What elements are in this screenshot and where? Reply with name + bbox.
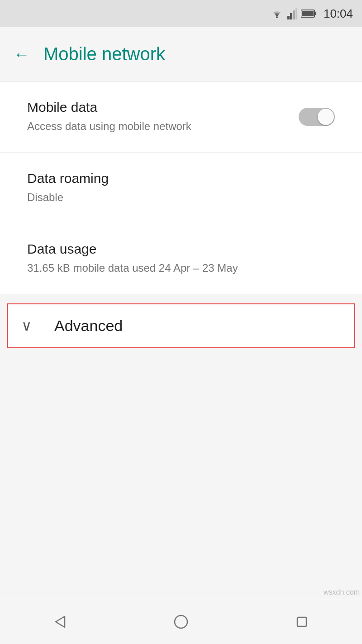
- mobile-data-text: Mobile data Access data using mobile net…: [27, 100, 299, 134]
- svg-point-9: [175, 615, 187, 628]
- app-header: ← Mobile network: [0, 27, 362, 82]
- mobile-data-sublabel: Access data using mobile network: [27, 119, 299, 134]
- svg-rect-6: [314, 12, 316, 15]
- svg-rect-7: [302, 11, 314, 16]
- svg-rect-4: [295, 8, 297, 19]
- advanced-section[interactable]: ∨ Advanced: [7, 303, 355, 348]
- data-usage-text: Data usage 31.65 kB mobile data used 24 …: [27, 241, 335, 276]
- status-time: 10:04: [324, 7, 353, 21]
- settings-content: Mobile data Access data using mobile net…: [0, 82, 362, 294]
- data-roaming-text: Data roaming Disable: [27, 171, 335, 205]
- mobile-data-toggle[interactable]: [299, 108, 335, 126]
- status-icons: 10:04: [270, 7, 353, 21]
- back-button[interactable]: ←: [14, 46, 30, 62]
- data-roaming-label: Data roaming: [27, 171, 335, 186]
- data-usage-label: Data usage: [27, 241, 335, 257]
- data-roaming-sublabel: Disable: [27, 190, 335, 205]
- battery-icon: [301, 9, 316, 18]
- data-usage-item[interactable]: Data usage 31.65 kB mobile data used 24 …: [0, 223, 362, 294]
- svg-rect-1: [287, 16, 290, 19]
- wifi-icon: [270, 9, 284, 19]
- chevron-down-icon: ∨: [21, 317, 32, 334]
- back-nav-button[interactable]: [42, 608, 78, 635]
- navigation-bar: [0, 599, 362, 644]
- signal-icon: [287, 8, 297, 19]
- mobile-data-label: Mobile data: [27, 100, 299, 115]
- data-usage-sublabel: 31.65 kB mobile data used 24 Apr – 23 Ma…: [27, 260, 335, 276]
- advanced-label: Advanced: [54, 317, 123, 335]
- svg-rect-3: [293, 10, 295, 19]
- svg-point-0: [276, 16, 278, 18]
- watermark: wsxdn.com: [324, 588, 360, 596]
- status-bar: 10:04: [0, 0, 362, 27]
- page-title: Mobile network: [43, 44, 165, 64]
- recents-nav-button[interactable]: [284, 608, 320, 635]
- svg-rect-10: [297, 617, 306, 626]
- data-roaming-item[interactable]: Data roaming Disable: [0, 153, 362, 224]
- home-nav-button[interactable]: [163, 608, 199, 635]
- svg-rect-2: [290, 13, 292, 19]
- svg-marker-8: [56, 616, 65, 627]
- mobile-data-item[interactable]: Mobile data Access data using mobile net…: [0, 82, 362, 153]
- empty-area: [0, 357, 362, 611]
